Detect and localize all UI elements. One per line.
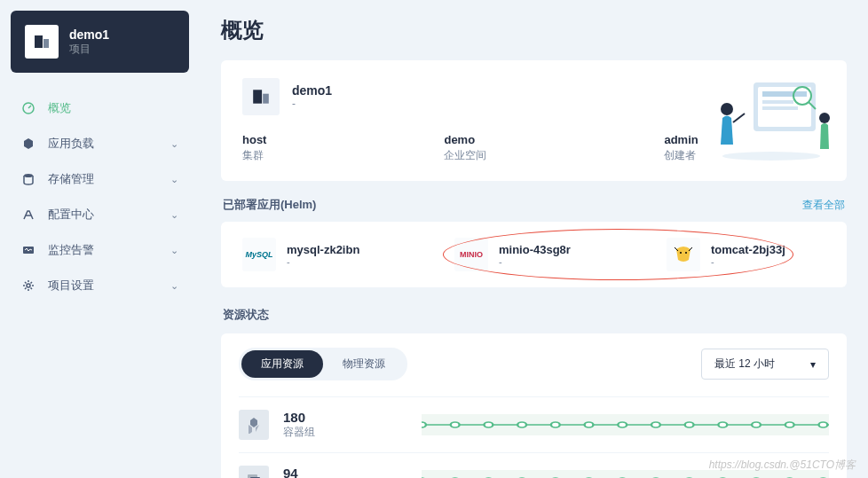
project-info-card: demo1 - host 集群 demo 企业空间 admin 创建者 [221, 60, 847, 181]
info-sub: - [292, 98, 332, 110]
project-type: 项目 [69, 42, 109, 57]
watermark: https://blog.csdn.@51CTO博客 [709, 458, 856, 473]
nav-overview[interactable]: 概览 [11, 90, 189, 126]
chevron-down-icon: ⌄ [170, 245, 178, 256]
app-item-tomcat[interactable]: tomcat-2bj33j - [667, 238, 825, 271]
svg-rect-1 [43, 39, 49, 48]
svg-point-27 [551, 422, 560, 427]
svg-point-16 [721, 103, 733, 115]
svg-rect-13 [762, 106, 798, 110]
tab-physical-resources[interactable]: 物理资源 [323, 350, 405, 378]
minio-icon: MINIO [454, 238, 488, 271]
svg-point-21 [685, 252, 687, 254]
chevron-down-icon: ⌄ [170, 174, 178, 185]
svg-point-24 [451, 422, 460, 427]
sidebar-nav: 概览 应用负载 ⌄ 存储管理 ⌄ 配置中心 ⌄ 监控告警 ⌄ 项目设置 ⌄ [11, 90, 189, 303]
resource-tabs: 应用资源 物理资源 [239, 348, 407, 380]
svg-point-28 [585, 422, 594, 427]
project-name: demo1 [69, 27, 109, 42]
tab-app-resources[interactable]: 应用资源 [241, 350, 323, 378]
workload-icon [21, 137, 36, 151]
project-info-icon [242, 78, 280, 115]
svg-point-34 [785, 422, 794, 427]
chevron-down-icon: ⌄ [170, 138, 178, 150]
svg-point-20 [680, 252, 682, 254]
view-all-link[interactable]: 查看全部 [802, 198, 845, 213]
meta-workspace: demo 企业空间 [444, 133, 486, 163]
illustration [705, 69, 838, 167]
svg-point-3 [24, 174, 33, 177]
status-section-title: 资源状态 [221, 307, 847, 323]
svg-point-23 [422, 422, 426, 427]
deployed-apps-card: MySQL mysql-zk2ibn - MINIO minio-43sg8r … [221, 222, 847, 287]
nav-storage[interactable]: 存储管理 ⌄ [11, 161, 189, 197]
svg-point-26 [517, 422, 526, 427]
svg-rect-8 [263, 94, 269, 104]
meta-cluster: host 集群 [242, 133, 266, 163]
svg-point-6 [27, 284, 30, 287]
svg-point-18 [819, 113, 830, 123]
svg-rect-12 [762, 100, 793, 104]
settings-icon [21, 278, 36, 293]
svg-point-25 [484, 422, 493, 427]
resource-row-pods[interactable]: 180 容器组 [239, 396, 829, 452]
svg-point-29 [618, 422, 627, 427]
svg-rect-5 [23, 247, 34, 254]
dashboard-icon [21, 101, 36, 115]
info-name: demo1 [292, 83, 332, 98]
nav-settings[interactable]: 项目设置 ⌄ [11, 268, 189, 303]
svg-point-32 [718, 422, 727, 427]
nav-workload[interactable]: 应用负载 ⌄ [11, 126, 189, 161]
app-item-minio[interactable]: MINIO minio-43sg8r - [454, 238, 613, 271]
meta-creator: admin 创建者 [664, 133, 698, 163]
svg-point-35 [819, 422, 828, 427]
sparkline-pods [422, 414, 829, 435]
app-item-mysql[interactable]: MySQL mysql-zk2ibn - [242, 238, 401, 271]
chevron-down-icon: ⌄ [170, 280, 178, 292]
svg-line-17 [733, 114, 745, 122]
nav-config[interactable]: 配置中心 ⌄ [11, 197, 189, 232]
svg-point-33 [752, 422, 761, 427]
svg-rect-7 [253, 90, 262, 103]
svg-rect-0 [35, 35, 43, 48]
mysql-icon: MySQL [242, 238, 276, 271]
svg-point-30 [651, 422, 660, 427]
time-range-select[interactable]: 最近 12 小时 ▾ [701, 349, 829, 380]
project-card[interactable]: demo1 项目 [11, 11, 189, 73]
page-title: 概览 [221, 16, 847, 44]
status-card: 应用资源 物理资源 最近 12 小时 ▾ 180 容器组 [221, 333, 847, 478]
monitor-icon [21, 243, 36, 257]
svg-point-31 [685, 422, 694, 427]
deployments-icon [239, 466, 269, 478]
nav-monitor[interactable]: 监控告警 ⌄ [11, 232, 189, 268]
apps-section-title: 已部署应用(Helm) [223, 197, 316, 213]
caret-down-icon: ▾ [810, 358, 816, 371]
svg-rect-11 [762, 91, 807, 97]
chevron-down-icon: ⌄ [170, 209, 178, 221]
storage-icon [21, 172, 36, 186]
config-icon [21, 208, 36, 222]
project-icon [25, 25, 59, 59]
svg-point-19 [722, 152, 820, 161]
pods-icon [239, 410, 269, 440]
tomcat-icon [667, 238, 700, 271]
